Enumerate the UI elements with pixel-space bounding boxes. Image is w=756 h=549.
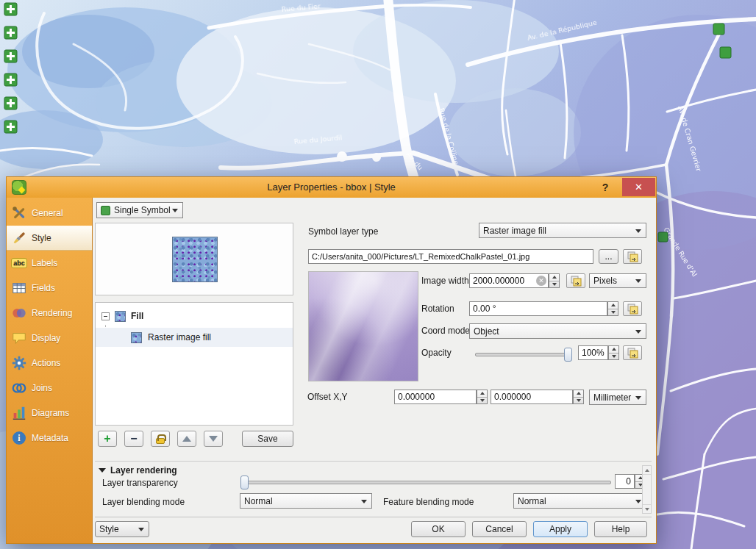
opacity-input[interactable]	[578, 345, 608, 360]
layer-transparency-handle[interactable]	[240, 476, 249, 489]
ok-button[interactable]: OK	[411, 521, 466, 537]
data-defined-override-opacity-button[interactable]	[623, 345, 642, 360]
tree-raster-label: Raster image fill	[148, 332, 211, 342]
spin-up[interactable]	[549, 274, 559, 281]
scroll-down-icon[interactable]	[643, 504, 651, 513]
cancel-button[interactable]: Cancel	[472, 521, 527, 537]
sidebar-item-metadata[interactable]: i Metadata	[7, 426, 92, 451]
offset-y-input[interactable]	[491, 390, 573, 404]
remove-symbol-layer-button[interactable]: −	[124, 431, 143, 447]
spin-down[interactable]	[574, 398, 583, 404]
data-defined-override-rotation-button[interactable]	[623, 301, 642, 316]
style-menu-button[interactable]: Style	[95, 521, 149, 537]
spin-down[interactable]	[477, 398, 487, 404]
opacity-slider-handle[interactable]	[564, 348, 572, 362]
lock-layer-button[interactable]	[151, 431, 170, 447]
data-defined-icon	[627, 251, 638, 262]
sidebar-item-label: Display	[32, 333, 60, 343]
close-button[interactable]: ✕	[622, 178, 655, 196]
sidebar-item-style[interactable]: Style	[7, 226, 92, 251]
move-up-button[interactable]	[177, 431, 196, 447]
spin-up[interactable]	[574, 390, 583, 398]
offset-y-spinner	[573, 390, 584, 404]
paintbrush-icon	[10, 229, 28, 247]
raster-image-preview	[308, 271, 418, 381]
rotation-label: Rotation	[421, 303, 454, 315]
data-defined-override-path-button[interactable]	[623, 249, 642, 264]
layer-transparency-input[interactable]	[615, 474, 635, 489]
image-width-unit-value: Pixels	[593, 276, 617, 286]
opacity-slider[interactable]	[475, 353, 572, 356]
symbol-layer-tree: Fill Raster image fill	[95, 302, 293, 426]
fill-swatch-icon	[115, 311, 126, 322]
coord-mode-combo[interactable]: Object	[469, 323, 646, 339]
lock-icon	[156, 438, 165, 444]
image-width-label: Image width	[421, 275, 469, 287]
sidebar-item-fields[interactable]: Fields	[7, 276, 92, 301]
table-icon	[10, 279, 28, 297]
sidebar-item-label: Joins	[32, 383, 52, 393]
browse-file-button[interactable]: ...	[599, 249, 618, 264]
layer-rendering-header[interactable]: Layer rendering	[99, 465, 177, 476]
clear-icon[interactable]: ✕	[536, 276, 546, 286]
layer-properties-dialog: Layer Properties - bbox | Style ? ✕ Gene…	[6, 176, 657, 544]
image-width-unit-combo[interactable]: Pixels	[589, 273, 646, 288]
layer-transparency-slider[interactable]	[243, 481, 611, 484]
opacity-label: Opacity	[421, 347, 452, 359]
spin-down[interactable]	[608, 309, 618, 316]
add-symbol-layer-button[interactable]: +	[98, 431, 117, 447]
sidebar: General Style abc Labels Fields Renderin…	[7, 198, 93, 543]
layer-blending-combo[interactable]: Normal	[240, 493, 372, 509]
data-defined-icon	[571, 276, 582, 287]
sidebar-item-joins[interactable]: Joins	[7, 376, 92, 401]
data-defined-icon	[627, 348, 638, 359]
help-titlebar-button[interactable]: ?	[597, 179, 613, 195]
spin-up[interactable]	[608, 302, 618, 309]
spin-up[interactable]	[609, 346, 618, 354]
apply-button[interactable]: Apply	[533, 521, 588, 537]
blend-circles-icon	[10, 304, 28, 322]
rendering-scrollbar[interactable]	[642, 465, 652, 514]
scroll-up-icon[interactable]	[643, 466, 651, 475]
sidebar-item-label: Actions	[32, 358, 60, 368]
spin-down[interactable]	[609, 354, 618, 360]
layer-rendering-title: Layer rendering	[110, 465, 177, 476]
sidebar-item-display[interactable]: Display	[7, 326, 92, 351]
tree-row-fill[interactable]: Fill	[96, 307, 293, 325]
sidebar-item-label: Metadata	[32, 433, 68, 443]
feature-blending-combo[interactable]: Normal	[513, 493, 646, 509]
section-separator	[95, 461, 652, 462]
help-button[interactable]: Help	[594, 521, 647, 537]
footer-separator	[95, 517, 652, 517]
save-symbol-button[interactable]: Save	[242, 431, 293, 447]
image-width-field: ✕	[469, 273, 549, 288]
data-defined-icon	[627, 304, 638, 315]
sidebar-item-general[interactable]: General	[7, 201, 92, 226]
renderer-type-value: Single Symbol	[114, 205, 171, 215]
sidebar-item-label: Fields	[32, 283, 55, 293]
offset-x-spinner	[477, 390, 488, 404]
collapse-caret-icon	[99, 468, 106, 473]
offset-unit-combo[interactable]: Millimeter	[589, 390, 646, 405]
layer-blending-label: Layer blending mode	[102, 496, 185, 508]
sidebar-item-actions[interactable]: Actions	[7, 351, 92, 376]
dialog-title: Layer Properties - bbox | Style	[7, 182, 656, 193]
spin-down[interactable]	[549, 281, 559, 288]
renderer-type-combo[interactable]: Single Symbol	[96, 202, 183, 218]
offset-x-input[interactable]	[394, 390, 477, 404]
dialog-titlebar[interactable]: Layer Properties - bbox | Style ? ✕	[7, 177, 656, 198]
collapse-expander-icon[interactable]	[101, 312, 110, 320]
spin-up[interactable]	[477, 390, 487, 398]
data-defined-override-width-button[interactable]	[566, 273, 585, 288]
symbol-layer-type-label: Symbol layer type	[308, 226, 378, 237]
rotation-spinner	[607, 301, 618, 316]
sidebar-item-diagrams[interactable]: Diagrams	[7, 401, 92, 426]
sidebar-item-labels[interactable]: abc Labels	[7, 251, 92, 276]
rotation-input[interactable]	[469, 301, 607, 316]
move-down-button[interactable]	[204, 431, 223, 447]
sidebar-item-rendering[interactable]: Rendering	[7, 301, 92, 326]
symbol-layer-type-combo[interactable]: Raster image fill	[479, 223, 646, 238]
image-path-input[interactable]	[308, 249, 593, 264]
offset-label: Offset X,Y	[307, 391, 347, 403]
tree-row-raster-image-fill[interactable]: Raster image fill	[96, 328, 293, 347]
